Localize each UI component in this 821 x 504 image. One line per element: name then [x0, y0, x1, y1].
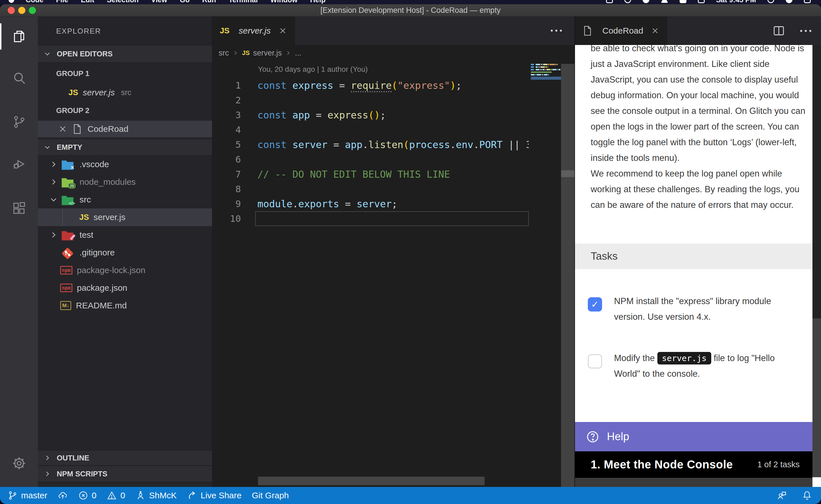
activity-search[interactable] — [0, 63, 38, 93]
activity-run-debug[interactable] — [0, 149, 38, 179]
help-icon — [586, 430, 599, 444]
menu-window[interactable]: Window — [264, 0, 304, 4]
breadcrumb-item[interactable]: ... — [295, 49, 301, 58]
activity-extensions[interactable] — [0, 194, 38, 223]
status-feedback[interactable] — [777, 490, 787, 501]
menu-code[interactable]: Code — [19, 0, 50, 4]
code-line[interactable]: 2 — [213, 93, 529, 108]
activity-explorer[interactable] — [0, 22, 38, 51]
status-master[interactable]: master — [7, 490, 47, 501]
outline-section-header[interactable]: OUTLINE — [38, 450, 212, 466]
status-cloud[interactable] — [58, 490, 68, 501]
js-icon: JS — [79, 213, 89, 222]
menu-terminal[interactable]: Terminal — [223, 0, 264, 4]
tab-coderoad[interactable]: CodeRoad — [575, 17, 667, 45]
close-icon[interactable] — [58, 124, 68, 134]
status-0[interactable]: 0 — [107, 490, 125, 501]
tab-server-js[interactable]: JS server.js — [213, 17, 295, 45]
tree-item-package-lock-json[interactable]: npmpackage-lock.json — [38, 261, 212, 279]
title-bar[interactable]: [Extension Development Host] - CodeRoad … — [0, 4, 821, 17]
tree-item-package-json[interactable]: npmpackage.json — [38, 279, 212, 297]
open-editors-header[interactable]: OPEN EDITORS — [38, 45, 212, 63]
tasks-section-header: Tasks — [575, 243, 812, 269]
chevron-none-icon — [49, 248, 58, 257]
line-number[interactable]: 10 — [213, 213, 241, 224]
vertical-scrollbar[interactable] — [561, 64, 574, 487]
chevron-down-icon — [44, 144, 53, 151]
menu-go[interactable]: Go — [173, 0, 196, 4]
status-git-graph[interactable]: Git Graph — [252, 491, 289, 500]
activity-source-control[interactable] — [0, 107, 38, 137]
horizontal-scrollbar[interactable] — [258, 477, 485, 485]
breadcrumb[interactable]: srcJSserver.js... — [213, 45, 301, 61]
task-checkbox[interactable] — [588, 354, 602, 368]
breadcrumb-item[interactable]: src — [219, 49, 229, 58]
code-line[interactable]: 5const server = app.listen(process.env.P… — [213, 137, 529, 152]
codelens-annotation[interactable]: You, 20 days ago | 1 author (You) — [258, 65, 368, 74]
share-icon — [187, 490, 197, 501]
status-label: ShMcK — [149, 491, 177, 500]
folder-section-header[interactable]: EMPTY — [38, 139, 212, 155]
menubar-clock[interactable]: Sat 9:45 PM — [716, 0, 756, 4]
tree-item-server-js[interactable]: JSserver.js — [38, 208, 212, 226]
menu-edit[interactable]: Edit — [75, 0, 101, 4]
menu-run[interactable]: Run — [196, 0, 223, 4]
editor-more-actions-icon[interactable] — [551, 30, 562, 32]
help-bar[interactable]: Help — [575, 422, 812, 451]
tree-item-src[interactable]: </>src — [38, 191, 212, 208]
code-line[interactable]: 4 — [213, 122, 529, 137]
breadcrumb-separator-icon — [232, 50, 239, 56]
panel-scrollbar[interactable] — [812, 45, 821, 487]
code-line[interactable]: 7// -- DO NOT EDIT BELOW THIS LINE — [213, 167, 529, 182]
tree-item--vscode[interactable]: ✕.vscode — [38, 155, 212, 173]
code-line[interactable]: 3const app = express(); — [213, 108, 529, 122]
tree-item--gitignore[interactable]: .gitignore — [38, 244, 212, 261]
status-shmck[interactable]: ShMcK — [135, 490, 177, 501]
line-number[interactable]: 5 — [213, 139, 241, 150]
code-editor[interactable]: 1const express = require("express");23co… — [213, 78, 529, 226]
status-live-share[interactable]: Live Share — [187, 490, 242, 501]
breadcrumb-item[interactable]: server.js — [253, 49, 282, 58]
menu-help[interactable]: Help — [304, 0, 332, 4]
activity-settings[interactable] — [0, 448, 38, 478]
panel-more-actions-icon[interactable] — [800, 30, 811, 32]
task-progress: 1 of 2 tasks — [757, 460, 800, 469]
line-number[interactable]: 7 — [213, 169, 241, 180]
tree-item-test[interactable]: test — [38, 226, 212, 244]
line-number[interactable]: 1 — [213, 80, 241, 91]
line-number[interactable]: 4 — [213, 124, 241, 135]
open-editor-row[interactable]: JSserver.jssrc — [38, 84, 212, 101]
inline-code-chip: server.js — [658, 352, 711, 364]
menubar-status-icons[interactable]: Sat 9:45 PM — [606, 0, 821, 4]
minimap[interactable] — [531, 64, 561, 80]
open-editor-row[interactable]: CodeRoad — [38, 121, 212, 137]
close-icon[interactable] — [278, 26, 287, 35]
code-line[interactable]: 8 — [213, 182, 529, 196]
status-0[interactable]: 0 — [78, 490, 97, 501]
open-editors-group-2-label: GROUP 2 — [56, 103, 89, 118]
close-icon[interactable] — [651, 26, 660, 35]
code-line[interactable]: 1const express = require("express"); — [213, 78, 529, 93]
menu-file[interactable]: File — [50, 0, 75, 4]
tree-item-node-modules[interactable]: JSnode_modules — [38, 173, 212, 191]
line-number[interactable]: 8 — [213, 184, 241, 194]
code-line[interactable]: 6 — [213, 152, 529, 167]
status-icon — [680, 0, 687, 3]
menu-selection[interactable]: Selection — [101, 0, 145, 4]
tree-item-label: node_modules — [79, 177, 136, 187]
line-number[interactable]: 6 — [213, 154, 241, 165]
apple-menu-icon[interactable] — [9, 0, 14, 3]
person-icon — [135, 490, 146, 501]
chevron-none-icon — [49, 266, 58, 274]
line-number[interactable]: 9 — [213, 198, 241, 209]
code-line[interactable]: 9module.exports = server; — [213, 196, 529, 211]
line-number[interactable]: 3 — [213, 110, 241, 120]
task-checkbox[interactable]: ✓ — [588, 297, 602, 312]
split-editor-icon[interactable] — [772, 24, 785, 37]
open-editors-group-1-label: GROUP 1 — [56, 65, 89, 81]
tree-item-readme-md[interactable]: M↓README.md — [38, 297, 212, 314]
menu-view[interactable]: View — [145, 0, 173, 4]
line-number[interactable]: 2 — [213, 95, 241, 106]
npm-scripts-section-header[interactable]: NPM SCRIPTS — [38, 466, 212, 482]
status-bell[interactable] — [802, 490, 812, 501]
